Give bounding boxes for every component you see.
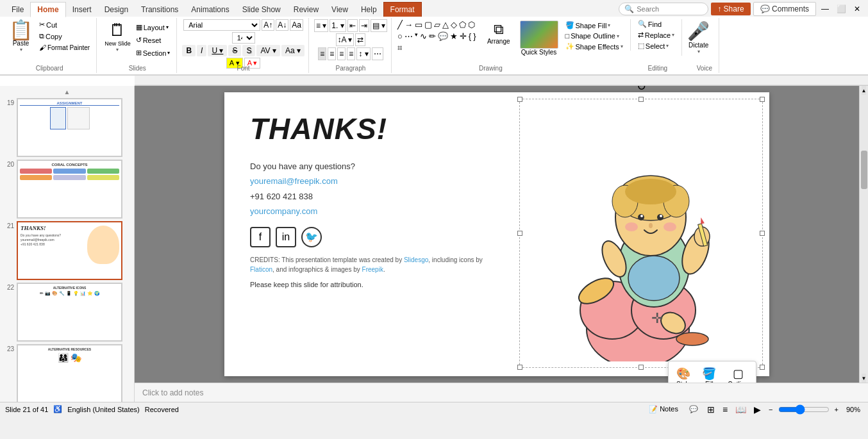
case-button[interactable]: Aa ▾ [281,45,305,56]
shape-more[interactable]: ⋯ [404,31,413,42]
layout-button[interactable]: ▦ Layout ▾ [133,22,173,33]
facebook-icon[interactable]: f [250,227,271,247]
slideshow-view-button[interactable]: ▶ [751,403,764,416]
zoom-in-button[interactable]: + [832,404,841,415]
linkedin-icon[interactable]: in [276,227,296,247]
select-button[interactable]: ⬚ Select ▾ [636,41,676,51]
slide-thumb-20[interactable]: 20 CORAL CONCEPTS [3,160,131,219]
decrease-font-icon[interactable]: A↓ [276,19,288,31]
tab-animations[interactable]: Animations [185,3,235,17]
handle-tr[interactable] [760,97,765,102]
search-input[interactable] [634,5,705,13]
italic-button[interactable]: I [197,45,206,56]
slide-thumb-19[interactable]: 19 ASSIGNMENT [3,98,131,157]
cut-button[interactable]: ✂ Cut [37,19,92,30]
format-painter-button[interactable]: 🖌 Format Painter [37,42,92,53]
shape-line[interactable]: ╱ [397,19,403,30]
shape-brace[interactable]: } [472,31,476,42]
shape-arrow[interactable]: → [404,19,413,30]
quick-styles-button[interactable]: Quick Styles [517,19,561,57]
shape-pentagon[interactable]: ⬠ [458,19,467,30]
rotate-handle[interactable]: ↻ [637,86,646,94]
slide-canvas[interactable]: THANKS! Do you have any questions? youre… [224,92,769,376]
scroll-thumb[interactable] [861,151,867,189]
shape-parallelogram[interactable]: ▱ [433,19,441,30]
twitter-icon[interactable]: 🐦 [301,227,322,247]
paste-button[interactable]: 📋 Paste ▾ [6,19,35,54]
normal-view-button[interactable]: ⊞ [705,403,717,416]
handle-br[interactable] [760,365,765,370]
text-direction-button[interactable]: ↕A ▾ [336,33,355,46]
notes-bar[interactable]: Click to add notes [135,383,868,402]
outline-mini-button[interactable]: ▢ Outline [722,364,753,383]
shape-diamond[interactable]: ◇ [450,19,458,30]
comments-button[interactable]: 💬 Comments [753,2,816,16]
shape-fill-button[interactable]: 🪣 Shape Fill ▾ [563,21,625,30]
notes-button[interactable]: 📝 Notes [644,403,683,415]
slide-panel-scroll-up[interactable]: ▲ [3,88,131,95]
slide-img-21[interactable]: THANKS! Do you have any questions? youre… [17,221,122,280]
arrange-button[interactable]: ⧉ Arrange [483,19,515,47]
shape-custom[interactable]: ⌗ [397,42,403,54]
tab-help[interactable]: Help [355,3,383,17]
shapes-arrow-down[interactable]: ▾ [414,31,419,42]
slide-img-19[interactable]: ASSIGNMENT [17,98,122,157]
reset-button[interactable]: ↺ Reset [133,35,173,46]
shadow-button[interactable]: S [242,45,255,56]
section-button[interactable]: ⊞ Section ▾ [133,47,173,58]
slide-thumb-21[interactable]: 21 THANKS! Do you have any questions? yo… [3,221,131,280]
zoom-out-button[interactable]: − [766,404,775,415]
font-size-select[interactable]: 14 [232,32,255,44]
numbering-button[interactable]: 1. ▾ [330,19,346,32]
more-options-button[interactable]: ⋯ [372,47,383,60]
tab-file[interactable]: File [5,3,30,17]
tab-design[interactable]: Design [98,3,135,17]
tab-slideshow[interactable]: Slide Show [236,3,287,17]
slide-img-20[interactable]: CORAL CONCEPTS [17,160,122,219]
scroll-up-button[interactable]: ▲ [862,86,867,95]
tab-view[interactable]: View [325,3,355,17]
tab-review[interactable]: Review [287,3,325,17]
slide-thumb-23[interactable]: 23 ALTERNATIVE RESOURCES 👨‍👩‍👧 🎭 [3,344,131,402]
line-spacing-button[interactable]: ↕ ▾ [356,47,370,60]
columns-button[interactable]: ▤ ▾ [371,19,387,32]
dictate-button[interactable]: 🎤 Dictate ▾ [681,19,715,56]
tab-insert[interactable]: Insert [66,3,98,17]
shape-rect[interactable]: ▭ [414,19,423,30]
increase-font-icon[interactable]: A↑ [262,19,274,31]
new-slide-button[interactable]: 🗒 New Slide ▾ [102,19,133,54]
align-right-button[interactable]: ≡ [337,47,346,60]
tab-format[interactable]: Format [383,2,422,17]
slide-thumb-22[interactable]: 22 ALTERNATIVE ICONS ✏📷🎨 🔧📱💡 📊⭐🌍 [3,283,131,342]
convert-button[interactable]: ⇄ [355,33,365,46]
justify-button[interactable]: ≡ [347,47,355,60]
style-mini-button[interactable]: 🎨 Style [671,364,696,383]
tab-home[interactable]: Home [30,2,65,17]
clear-format-icon[interactable]: Aa [290,19,303,31]
shape-hexagon[interactable]: ⬡ [467,19,476,30]
copy-button[interactable]: ⧉ Copy [37,31,92,42]
find-button[interactable]: 🔍 Find [636,19,676,29]
decrease-indent-button[interactable]: ⇤ [347,19,358,32]
shape-cross[interactable]: ✛ [459,31,467,42]
minimize-icon[interactable]: — [819,3,831,15]
tab-transitions[interactable]: Transitions [135,3,185,17]
shape-curve[interactable]: ∿ [419,31,428,42]
vertical-scrollbar[interactable]: ▲ ▼ [859,86,868,383]
reading-view-button[interactable]: 📖 [733,403,749,416]
spacing-button[interactable]: AV ▾ [256,45,280,56]
shape-triangle[interactable]: △ [442,19,449,30]
character-illustration[interactable]: ↻ [519,99,763,383]
slide-img-22[interactable]: ALTERNATIVE ICONS ✏📷🎨 🔧📱💡 📊⭐🌍 [17,283,122,342]
shape-callout[interactable]: 💬 [437,31,449,42]
shape-outline-button[interactable]: □ Shape Outline ▾ [563,31,625,40]
outline-view-button[interactable]: ≡ [720,403,730,416]
accessibility-icon[interactable]: ♿ [53,405,62,413]
underline-button[interactable]: U ▾ [208,45,227,56]
close-icon[interactable]: ✕ [851,3,863,15]
shape-freeform[interactable]: ✏ [428,31,437,42]
shape-effects-button[interactable]: ✨ Shape Effects ▾ [563,42,625,51]
comments-status-button[interactable]: 💬 [685,404,702,415]
zoom-slider[interactable] [778,404,830,415]
align-center-button[interactable]: ≡ [328,47,336,60]
